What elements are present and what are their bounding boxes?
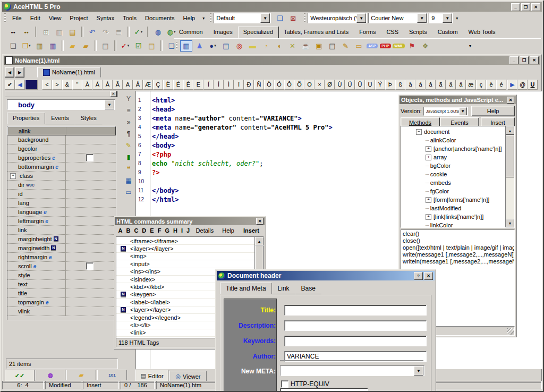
commands-menu-details[interactable]: Details [192, 227, 218, 234]
property-value-cell[interactable] [65, 226, 116, 234]
menu-project[interactable]: Project [65, 14, 92, 22]
char-button-39[interactable]: ã [436, 80, 446, 90]
tree-item-array[interactable]: +array [402, 153, 505, 161]
property-row-language[interactable]: languagee [7, 208, 116, 217]
char-button-2[interactable]: & [62, 80, 72, 90]
char-button-40[interactable]: ä [446, 80, 456, 90]
char-button-8[interactable]: Ä [123, 80, 133, 90]
category-tab-common[interactable]: Common [174, 27, 208, 38]
command-row-ilayerilayer[interactable]: N<ilayer></ilayer> [116, 245, 254, 252]
dom-tree[interactable]: −document┈alinkColor+[anchor|anchors['na… [401, 126, 515, 228]
char-button-37[interactable]: á [415, 80, 426, 90]
menubar-grip[interactable] [4, 13, 6, 23]
property-checkbox[interactable] [86, 154, 94, 161]
char-button-32[interactable]: Ü [365, 80, 375, 90]
flag-icon[interactable]: ⚑ [406, 40, 418, 52]
char-button-10[interactable]: Æ [143, 80, 153, 90]
tree-scroll-down-icon[interactable]: ▼ [506, 219, 514, 227]
signature-row-1[interactable]: close() [403, 237, 513, 244]
fontsize-combo-dropdown-icon[interactable]: ▼ [443, 13, 452, 23]
property-value-cell[interactable] [65, 271, 116, 279]
marquee-icon[interactable]: ◔ [260, 40, 272, 52]
highlighter-icon[interactable]: ✎ [123, 140, 134, 151]
commands-letter-g[interactable]: G [163, 227, 172, 234]
char-button-6[interactable]: Â [103, 80, 113, 90]
category-tab-scripts[interactable]: Scripts [404, 27, 432, 38]
tree-item-document[interactable]: −document [402, 127, 505, 136]
specialized-overflow-icon[interactable]: ▾ [469, 44, 471, 48]
label-icon[interactable]: ▭ [353, 40, 365, 52]
signature-row-4[interactable]: writeln(message1 [,message2,...,messageN… [403, 258, 513, 265]
property-row-rightmargin[interactable]: rightmargine [7, 253, 116, 262]
minus-box-icon[interactable]: − [416, 129, 422, 135]
char-button-42[interactable]: æ [466, 80, 476, 90]
menu-edit[interactable]: Edit [26, 14, 45, 22]
commands-letter-d[interactable]: D [140, 227, 148, 234]
menu-file[interactable]: File [8, 14, 26, 22]
find-in-files-icon[interactable]: ●● [20, 27, 32, 38]
command-row-input[interactable]: <input> [116, 260, 254, 268]
restore-button[interactable]: ❐ [521, 3, 530, 11]
edit-note-icon[interactable]: ▤ [326, 40, 338, 52]
charmap-apply-icon[interactable]: ✔ [5, 80, 15, 90]
property-value-cell[interactable] [65, 163, 116, 171]
include-file-icon[interactable]: ▤ [220, 40, 232, 52]
commands-menu-help[interactable]: Help [218, 227, 239, 234]
char-button-18[interactable]: Ì [224, 80, 234, 90]
char-scroll-right-icon[interactable]: ▶ [507, 80, 517, 90]
plus-box-icon[interactable]: + [426, 155, 431, 160]
close-window-icon[interactable]: ⊠ [287, 13, 299, 24]
char-button-38[interactable]: â [426, 80, 436, 90]
style-toolbar-grip[interactable] [210, 13, 211, 23]
char-button-31[interactable]: Û [355, 80, 365, 90]
script-x-icon[interactable]: ✕ [286, 40, 299, 52]
property-row-leftmargin[interactable]: leftmargine [7, 217, 116, 226]
document-tips-icon[interactable]: ▤ [146, 40, 158, 52]
document-minimize-button[interactable]: _ [509, 56, 518, 64]
comment-icon[interactable]: ❝ [123, 163, 134, 174]
tree-item-embeds[interactable]: ┈embeds [402, 178, 505, 187]
sound-icon[interactable]: ◖ [273, 40, 285, 52]
tree-item-linklinksnamen[interactable]: +[link|links['name'|n]] [402, 212, 505, 221]
category-tab-css[interactable]: CSS [381, 27, 404, 38]
char-button-11[interactable]: Ç [153, 80, 163, 90]
style-combo-dropdown-icon[interactable]: ▼ [260, 13, 270, 23]
inspector-close-icon[interactable]: ✕ [110, 91, 117, 97]
property-value-cell[interactable] [65, 253, 116, 261]
expand-icon[interactable]: + [10, 173, 16, 179]
tree-item-formformsnamen[interactable]: +[form|forms['name'|n]] [402, 195, 505, 204]
property-row-marginheight[interactable]: marginheightN [7, 235, 116, 244]
property-row-title[interactable]: title [7, 289, 116, 298]
find-icon[interactable]: ●● [7, 27, 19, 38]
char-button-26[interactable]: Ö [304, 80, 314, 90]
char-button-28[interactable]: Ø [325, 80, 335, 90]
commands-letter-f[interactable]: F [156, 227, 163, 234]
char-button-44[interactable]: è [486, 80, 496, 90]
plus-box-icon[interactable]: + [426, 146, 431, 152]
undo-icon[interactable]: ↶ [86, 27, 98, 38]
char-button-5[interactable]: Á [92, 80, 103, 90]
element-selector-dropdown-icon[interactable]: ▼ [105, 100, 114, 109]
cascade-windows-icon[interactable]: ❏ [274, 13, 286, 24]
signature-row-2[interactable]: open([text/html | text/plain | image/gif… [403, 244, 513, 251]
inspector-header-strip[interactable] [5, 91, 118, 97]
category-tab-tables-frames-and-lists[interactable]: Tables, Frames and Lists [278, 27, 354, 38]
property-value-cell[interactable] [65, 199, 116, 207]
element-selector-combo[interactable]: body ▼ [7, 99, 115, 110]
char-button-16[interactable]: Í [203, 80, 214, 90]
target-icon[interactable]: ◎ [233, 40, 245, 52]
tree-item-lastmodified[interactable]: ┈lastModified [402, 204, 505, 212]
dialog-tab-title-and-meta[interactable]: Title and Meta [220, 283, 272, 294]
style-combo[interactable]: Default ▼ [214, 13, 271, 23]
char-button-27[interactable]: × [314, 80, 325, 90]
property-row-scroll[interactable]: scrolle [7, 262, 116, 271]
inspector-tab-events[interactable]: Events [45, 113, 75, 124]
body-tag-icon[interactable]: ♟ [193, 40, 206, 52]
char-button-41[interactable]: å [456, 80, 466, 90]
dialog-tab-link[interactable]: Link [272, 283, 295, 294]
property-value-cell[interactable] [65, 135, 116, 144]
tree-item-fgcolor[interactable]: ┈fgColor [402, 187, 505, 195]
char-button-12[interactable]: È [163, 80, 173, 90]
insert-table-wizard-icon[interactable]: ▦ [180, 40, 192, 52]
char-button-1[interactable]: > [52, 80, 62, 90]
